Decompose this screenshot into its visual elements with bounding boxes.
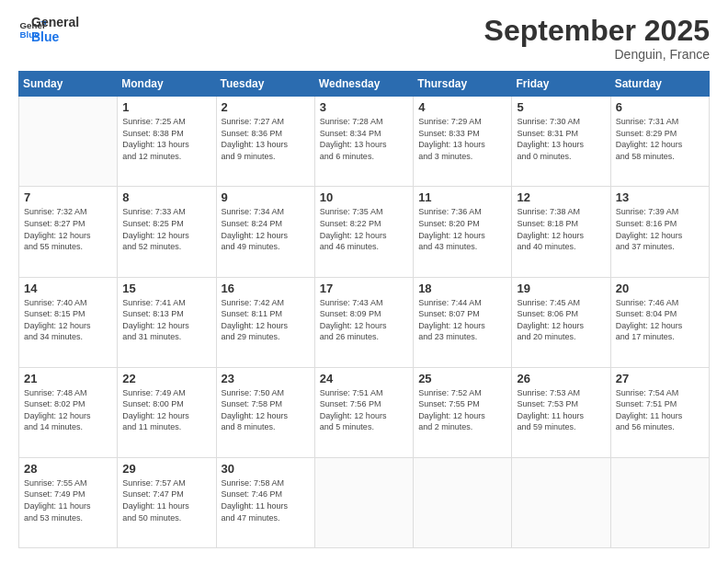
day-info: Sunrise: 7:54 AM Sunset: 7:51 PM Dayligh… [616, 387, 704, 433]
day-info: Sunrise: 7:44 AM Sunset: 8:07 PM Dayligh… [418, 297, 506, 343]
calendar-table: SundayMondayTuesdayWednesdayThursdayFrid… [18, 71, 710, 548]
calendar-cell [610, 457, 709, 547]
calendar-cell [512, 457, 610, 547]
day-info: Sunrise: 7:35 AM Sunset: 8:22 PM Dayligh… [320, 206, 408, 252]
title-block: September 2025 Denguin, France [484, 15, 710, 62]
calendar-cell: 11Sunrise: 7:36 AM Sunset: 8:20 PM Dayli… [414, 187, 512, 277]
day-number: 9 [222, 190, 310, 204]
calendar-cell: 8Sunrise: 7:33 AM Sunset: 8:25 PM Daylig… [118, 187, 216, 277]
day-info: Sunrise: 7:52 AM Sunset: 7:55 PM Dayligh… [418, 387, 506, 433]
calendar-cell: 29Sunrise: 7:57 AM Sunset: 7:47 PM Dayli… [118, 457, 216, 547]
day-info: Sunrise: 7:39 AM Sunset: 8:16 PM Dayligh… [616, 206, 704, 252]
day-number: 1 [122, 100, 210, 114]
calendar-cell: 27Sunrise: 7:54 AM Sunset: 7:51 PM Dayli… [610, 367, 709, 457]
calendar-cell: 13Sunrise: 7:39 AM Sunset: 8:16 PM Dayli… [610, 187, 709, 277]
calendar-cell: 5Sunrise: 7:30 AM Sunset: 8:31 PM Daylig… [512, 97, 610, 187]
day-number: 5 [517, 100, 605, 114]
calendar-week-3: 14Sunrise: 7:40 AM Sunset: 8:15 PM Dayli… [19, 277, 710, 367]
day-number: 27 [616, 372, 704, 385]
day-info: Sunrise: 7:31 AM Sunset: 8:29 PM Dayligh… [616, 116, 704, 162]
day-number: 8 [122, 190, 210, 204]
day-info: Sunrise: 7:50 AM Sunset: 7:58 PM Dayligh… [222, 387, 310, 433]
day-number: 7 [24, 190, 112, 204]
day-number: 19 [517, 282, 605, 295]
day-number: 23 [222, 372, 310, 385]
calendar-cell: 24Sunrise: 7:51 AM Sunset: 7:56 PM Dayli… [314, 367, 413, 457]
calendar-cell: 2Sunrise: 7:27 AM Sunset: 8:36 PM Daylig… [216, 97, 314, 187]
day-info: Sunrise: 7:58 AM Sunset: 7:46 PM Dayligh… [222, 477, 310, 523]
logo-line1: General [31, 15, 79, 29]
day-number: 13 [616, 190, 704, 204]
day-info: Sunrise: 7:38 AM Sunset: 8:18 PM Dayligh… [517, 206, 605, 252]
calendar-cell: 6Sunrise: 7:31 AM Sunset: 8:29 PM Daylig… [610, 97, 709, 187]
calendar-cell: 7Sunrise: 7:32 AM Sunset: 8:27 PM Daylig… [19, 187, 118, 277]
day-header-saturday: Saturday [610, 72, 709, 97]
calendar-cell: 21Sunrise: 7:48 AM Sunset: 8:02 PM Dayli… [19, 367, 118, 457]
day-info: Sunrise: 7:57 AM Sunset: 7:47 PM Dayligh… [122, 477, 210, 523]
calendar-cell: 18Sunrise: 7:44 AM Sunset: 8:07 PM Dayli… [414, 277, 512, 367]
day-number: 4 [418, 100, 506, 114]
calendar-cell: 22Sunrise: 7:49 AM Sunset: 8:00 PM Dayli… [118, 367, 216, 457]
day-header-thursday: Thursday [414, 72, 512, 97]
day-info: Sunrise: 7:34 AM Sunset: 8:24 PM Dayligh… [222, 206, 310, 252]
day-info: Sunrise: 7:55 AM Sunset: 7:49 PM Dayligh… [24, 477, 112, 523]
day-number: 26 [517, 372, 605, 385]
day-number: 29 [122, 462, 210, 476]
calendar-cell: 28Sunrise: 7:55 AM Sunset: 7:49 PM Dayli… [19, 457, 118, 547]
day-info: Sunrise: 7:28 AM Sunset: 8:34 PM Dayligh… [320, 116, 408, 162]
calendar-header-row: SundayMondayTuesdayWednesdayThursdayFrid… [19, 72, 710, 97]
calendar-cell: 30Sunrise: 7:58 AM Sunset: 7:46 PM Dayli… [216, 457, 314, 547]
day-number: 16 [222, 282, 310, 295]
day-info: Sunrise: 7:51 AM Sunset: 7:56 PM Dayligh… [320, 387, 408, 433]
calendar-cell: 25Sunrise: 7:52 AM Sunset: 7:55 PM Dayli… [414, 367, 512, 457]
calendar-cell [19, 97, 118, 187]
day-info: Sunrise: 7:25 AM Sunset: 8:38 PM Dayligh… [122, 116, 210, 162]
calendar-cell: 9Sunrise: 7:34 AM Sunset: 8:24 PM Daylig… [216, 187, 314, 277]
calendar-cell: 15Sunrise: 7:41 AM Sunset: 8:13 PM Dayli… [118, 277, 216, 367]
calendar-cell: 3Sunrise: 7:28 AM Sunset: 8:34 PM Daylig… [314, 97, 413, 187]
day-info: Sunrise: 7:48 AM Sunset: 8:02 PM Dayligh… [24, 387, 112, 433]
calendar-week-4: 21Sunrise: 7:48 AM Sunset: 8:02 PM Dayli… [19, 367, 710, 457]
location: Denguin, France [484, 47, 710, 62]
calendar-cell: 20Sunrise: 7:46 AM Sunset: 8:04 PM Dayli… [610, 277, 709, 367]
calendar-cell: 26Sunrise: 7:53 AM Sunset: 7:53 PM Dayli… [512, 367, 610, 457]
day-info: Sunrise: 7:45 AM Sunset: 8:06 PM Dayligh… [517, 297, 605, 343]
day-number: 10 [320, 190, 408, 204]
day-number: 3 [320, 100, 408, 114]
day-number: 6 [616, 100, 704, 114]
day-number: 17 [320, 282, 408, 295]
day-number: 2 [222, 100, 310, 114]
calendar-week-2: 7Sunrise: 7:32 AM Sunset: 8:27 PM Daylig… [19, 187, 710, 277]
day-info: Sunrise: 7:49 AM Sunset: 8:00 PM Dayligh… [122, 387, 210, 433]
day-number: 25 [418, 372, 506, 385]
day-info: Sunrise: 7:33 AM Sunset: 8:25 PM Dayligh… [122, 206, 210, 252]
day-number: 30 [222, 462, 310, 476]
day-number: 24 [320, 372, 408, 385]
day-number: 12 [517, 190, 605, 204]
day-info: Sunrise: 7:36 AM Sunset: 8:20 PM Dayligh… [418, 206, 506, 252]
day-info: Sunrise: 7:53 AM Sunset: 7:53 PM Dayligh… [517, 387, 605, 433]
day-info: Sunrise: 7:42 AM Sunset: 8:11 PM Dayligh… [222, 297, 310, 343]
day-number: 28 [24, 462, 112, 476]
logo: General Blue General Blue [18, 15, 79, 44]
day-number: 15 [122, 282, 210, 295]
page: General Blue General Blue September 2025… [0, 0, 728, 563]
day-info: Sunrise: 7:27 AM Sunset: 8:36 PM Dayligh… [222, 116, 310, 162]
calendar-cell: 17Sunrise: 7:43 AM Sunset: 8:09 PM Dayli… [314, 277, 413, 367]
day-info: Sunrise: 7:32 AM Sunset: 8:27 PM Dayligh… [24, 206, 112, 252]
day-number: 11 [418, 190, 506, 204]
day-header-monday: Monday [118, 72, 216, 97]
day-info: Sunrise: 7:30 AM Sunset: 8:31 PM Dayligh… [517, 116, 605, 162]
day-number: 20 [616, 282, 704, 295]
day-header-sunday: Sunday [19, 72, 118, 97]
calendar-cell: 16Sunrise: 7:42 AM Sunset: 8:11 PM Dayli… [216, 277, 314, 367]
calendar-cell: 4Sunrise: 7:29 AM Sunset: 8:33 PM Daylig… [414, 97, 512, 187]
calendar-cell: 19Sunrise: 7:45 AM Sunset: 8:06 PM Dayli… [512, 277, 610, 367]
calendar-cell: 14Sunrise: 7:40 AM Sunset: 8:15 PM Dayli… [19, 277, 118, 367]
logo-line2: Blue [31, 29, 79, 44]
calendar-week-1: 1Sunrise: 7:25 AM Sunset: 8:38 PM Daylig… [19, 97, 710, 187]
day-header-tuesday: Tuesday [216, 72, 314, 97]
day-info: Sunrise: 7:41 AM Sunset: 8:13 PM Dayligh… [122, 297, 210, 343]
day-info: Sunrise: 7:43 AM Sunset: 8:09 PM Dayligh… [320, 297, 408, 343]
month-title: September 2025 [484, 15, 710, 47]
